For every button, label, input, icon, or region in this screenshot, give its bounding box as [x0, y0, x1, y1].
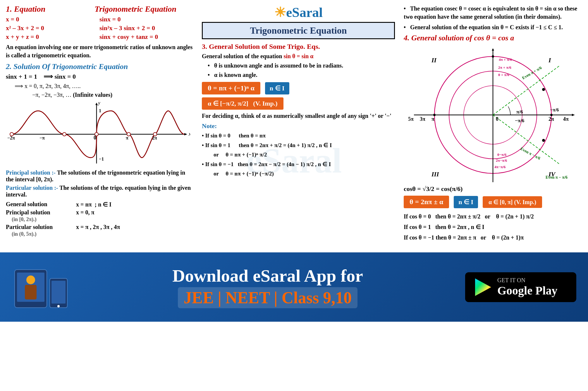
section4-title: 4. General solution of cos θ = cos a [404, 34, 582, 42]
section2-title: 2. Solution Of Trigonometric Equation [6, 62, 193, 71]
note-sin0: • If sin θ = 0 then θ = nπ [202, 132, 395, 140]
cos-formula-alpha-range-box: α ∈ [0, π] (V. Imp.) [483, 196, 542, 208]
google-play-button[interactable]: GET IT ON Google Play [465, 272, 576, 302]
svg-text:4π−π/6: 4π−π/6 [494, 165, 506, 169]
sol-val-general: x = nπ ; n ∈ I [76, 201, 111, 208]
svg-text:π: π [126, 135, 128, 140]
svg-text:−1: −1 [99, 156, 104, 161]
svg-marker-23 [572, 114, 575, 116]
logo-brand: eSaral [286, 5, 323, 20]
svg-text:0: 0 [496, 116, 498, 122]
note-sinm1: • If sin θ = −1 then θ = 2nπ − π/2 = (4n… [202, 160, 395, 169]
trig-equation-title: Trigonometric Equation [94, 4, 176, 13]
svg-text:2π−π/6: 2π−π/6 [496, 158, 507, 163]
svg-text:II: II [431, 56, 437, 64]
bullet-theta: • θ is unknown angle and is assumed to b… [208, 61, 395, 70]
svg-rect-57 [25, 285, 37, 299]
sol-val-particular: x = π , 2π , 3π , 4π [76, 224, 120, 230]
logo-sun-icon: ☀ [274, 5, 286, 20]
formula-alpha-range-box: α ∈ [−π/2, π/2] (V. Imp.) [202, 97, 283, 110]
play-store-icon [472, 277, 493, 297]
note-sin1-or: or θ = nπ + (−1)ⁿ π/2 [214, 151, 395, 159]
principal-solution-title: Principal solution :- The solutions of t… [6, 169, 193, 183]
eq-left-2: x² – 3x + 2 = 0 [6, 24, 82, 32]
solution-table: General solution x = nπ ; n ∈ I Principa… [6, 201, 193, 237]
sol-val-principal: x = 0, π [76, 209, 94, 216]
banner-text-center: Download eSaral App for JEE | NEET | Cla… [70, 266, 465, 308]
unit-circle-diagram: 2π 4π π 3π 5π π/6 −π/6 0 −π/6 I II III I… [405, 45, 581, 185]
svg-text:−π/6: −π/6 [550, 107, 559, 112]
section3-title: 3. General Solution of Some Trigo. Eqs. [202, 43, 395, 51]
svg-text:−π: −π [39, 135, 45, 140]
sin-c-bullet: • General solution of the equation sin θ… [404, 23, 582, 31]
cosec-bullet: • The equation cosec θ = cosec α is equi… [404, 4, 582, 21]
svg-text:π/6: π/6 [516, 109, 523, 115]
note-sinm1-or: or θ = nπ + (−1)ⁿ (−π/2) [214, 170, 395, 178]
svg-marker-3 [95, 103, 98, 105]
svg-text:π: π [431, 116, 434, 122]
svg-text:Even π − π/6: Even π − π/6 [520, 147, 541, 161]
eq-right-1: sinx = 0 [99, 15, 121, 23]
equation-row-3: x + y + z = 0 sinx + cosy + tanz = 0 [6, 33, 193, 41]
formula-n-badge: n ∈ I [265, 82, 289, 94]
sol-label-particular: Particular solution(in (0, 5π).) [6, 224, 70, 237]
note-section: Note: • If sin θ = 0 then θ = nπ • If si… [202, 122, 395, 178]
cos-note-0: If cos θ = 0 then θ = 2nπ ± π/2 or θ = (… [404, 211, 582, 222]
svg-text:0−π/6: 0−π/6 [497, 152, 507, 157]
google-play-text-block: GET IT ON Google Play [497, 277, 558, 297]
svg-text:4π: 4π [563, 116, 569, 122]
svg-point-28 [542, 139, 545, 142]
eq-left-3: x + y + z = 0 [6, 33, 82, 41]
svg-text:2π + π/6: 2π + π/6 [498, 65, 511, 70]
formula-theta-box: θ = nπ + (−1)ⁿ α [202, 82, 260, 94]
devices-illustration [12, 264, 70, 311]
svg-text:2π: 2π [152, 135, 157, 140]
cos-formula-n-badge: n ∈ I [454, 196, 478, 208]
svg-text:4π + π/6: 4π + π/6 [499, 57, 512, 62]
eq-right-3: sinx + cosy + tanz = 0 [99, 33, 158, 41]
svg-marker-24 [492, 48, 494, 51]
banner-title: Download eSaral App for [70, 266, 465, 285]
eq-left-1: x = 0 [6, 15, 82, 23]
cos-note-m1: If cos θ = −1 then θ = 2nπ ± π or θ = (2… [404, 232, 582, 243]
alpha-desc: For deciding α, think of α as numericall… [202, 113, 395, 119]
svg-text:−2π: −2π [7, 135, 15, 140]
section1-title: 1. Equation [6, 4, 45, 13]
svg-point-29 [492, 55, 494, 58]
eq-right-2: sin²x – 3 sinx + 2 = 0 [99, 24, 155, 32]
svg-text:0: 0 [94, 135, 96, 141]
svg-point-60 [57, 305, 60, 307]
equation-row-1: x = 0 sinx = 0 [6, 15, 193, 23]
cos-formula-theta-box: θ = 2nπ ± α [404, 196, 449, 208]
svg-text:1: 1 [99, 108, 101, 113]
particular-solution-title: Particular solution :- The solutions of … [6, 185, 193, 198]
svg-point-27 [542, 88, 545, 91]
svg-point-30 [550, 114, 553, 116]
trig-definition: An equation involving one or more trigon… [6, 43, 193, 59]
logo-area: ☀eSaral [202, 4, 395, 20]
sine-graph: x y −2π −π 0 π 2π 1 −1 [6, 102, 190, 166]
svg-point-31 [433, 114, 436, 116]
cos-notes: If cos θ = 0 then θ = 2nπ ± π/2 or θ = (… [404, 211, 582, 243]
solution-values: ⟹ x = 0, π, 2π, 3π, 4π, ….. −π, −2π, −3π… [15, 82, 193, 99]
cos-note-1: If cos θ = 1 then θ = 2nπ , n ∈ I [404, 222, 582, 232]
svg-text:Even π + π/6: Even π + π/6 [521, 66, 542, 80]
svg-text:2π: 2π [549, 116, 554, 122]
cos-formula-box: θ = 2nπ ± α n ∈ I α ∈ [0, π] (V. Imp.) [404, 196, 582, 208]
sol-row-general: General solution x = nπ ; n ∈ I [6, 201, 193, 208]
svg-text:−π/6: −π/6 [515, 118, 524, 123]
formula-box-2: α ∈ [−π/2, π/2] (V. Imp.) [202, 97, 395, 110]
google-play-store-name: Google Play [497, 284, 558, 297]
svg-text:Even π − π/6: Even π − π/6 [546, 175, 568, 180]
banner-subtitle: JEE | NEET | Class 9,10 [178, 287, 357, 308]
svg-rect-59 [51, 281, 66, 304]
bottom-banner: Download eSaral App for JEE | NEET | Cla… [0, 252, 588, 322]
cos-example: cosθ = √3/2 = cos(π/6) [404, 185, 582, 193]
bullet-alpha: • α is known angle. [208, 71, 395, 79]
trig-eq-title-box: Trigonometric Equation [202, 22, 395, 39]
formula-box-1: θ = nπ + (−1)ⁿ α n ∈ I [202, 82, 395, 94]
sol-row-particular: Particular solution(in (0, 5π).) x = π ,… [6, 224, 193, 237]
svg-text:x: x [188, 131, 190, 137]
sol-row-principal: Principal solution(in [0, 2π).) x = 0, π [6, 209, 193, 223]
get-it-on-text: GET IT ON [497, 277, 558, 284]
